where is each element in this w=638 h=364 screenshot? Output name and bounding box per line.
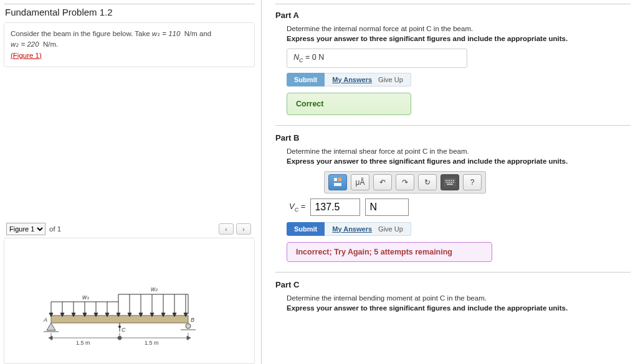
figure-next-button[interactable]: › bbox=[236, 223, 251, 235]
beam-diagram: w₁ w₂ A B C 1.5 m 1.5 m bbox=[39, 271, 207, 352]
svg-rect-62 bbox=[445, 182, 447, 183]
redo-icon[interactable]: ↷ bbox=[396, 174, 414, 190]
part-b-giveup-link[interactable]: Give Up bbox=[378, 225, 403, 233]
part-b-feedback: Incorrect; Try Again; 5 attempts remaini… bbox=[287, 242, 492, 262]
part-b-submit-button[interactable]: Submit bbox=[287, 222, 325, 236]
svg-text:w₁: w₁ bbox=[82, 294, 89, 301]
undo-icon[interactable]: ↶ bbox=[373, 174, 392, 190]
part-b-prompt: Determine the internal shear force at po… bbox=[287, 147, 631, 155]
part-a-button-group: My Answers Give Up bbox=[325, 73, 411, 86]
svg-text:w₂: w₂ bbox=[151, 286, 158, 292]
part-b-instructions: Express your answer to three significant… bbox=[287, 157, 631, 165]
units-tool-icon[interactable]: μÅ bbox=[351, 174, 369, 190]
reset-icon[interactable]: ↻ bbox=[418, 174, 437, 190]
svg-text:B: B bbox=[191, 317, 194, 323]
right-panel: Part A Determine the internal normal for… bbox=[262, 0, 638, 364]
keyboard-icon[interactable] bbox=[440, 174, 459, 190]
svg-rect-61 bbox=[453, 180, 454, 181]
figure-canvas: w₁ w₂ A B C 1.5 m 1.5 m bbox=[4, 240, 255, 364]
part-b-label: Part B bbox=[275, 133, 631, 142]
help-icon[interactable]: ? bbox=[463, 174, 482, 190]
part-a-my-answers-link[interactable]: My Answers bbox=[332, 76, 372, 83]
part-a-submit-button[interactable]: Submit bbox=[287, 73, 325, 86]
svg-text:1.5 m: 1.5 m bbox=[145, 340, 159, 346]
svg-point-33 bbox=[186, 324, 191, 329]
part-a-prompt: Determine the internal normal force at p… bbox=[287, 25, 631, 32]
figure-prev-button[interactable]: ‹ bbox=[219, 223, 234, 235]
svg-rect-59 bbox=[449, 180, 450, 181]
part-a-feedback: Correct bbox=[287, 93, 411, 115]
part-b-unit-input[interactable] bbox=[365, 198, 409, 216]
svg-text:C: C bbox=[121, 327, 126, 333]
svg-rect-53 bbox=[334, 178, 337, 181]
fraction-tool-icon[interactable] bbox=[328, 174, 347, 190]
part-a: Part A Determine the internal normal for… bbox=[275, 11, 631, 115]
part-c: Part C Determine the internal bending mo… bbox=[275, 280, 631, 312]
svg-marker-46 bbox=[49, 336, 52, 340]
part-b-answer-entry: VC = bbox=[289, 198, 631, 216]
part-a-label: Part A bbox=[275, 11, 631, 20]
svg-marker-31 bbox=[47, 323, 55, 330]
svg-rect-60 bbox=[451, 180, 452, 181]
problem-statement: Consider the beam in the figure below. T… bbox=[4, 22, 255, 67]
svg-rect-67 bbox=[447, 184, 453, 185]
figure-header: Figure 1 of 1 ‹ › bbox=[4, 223, 255, 238]
part-b: Part B Determine the internal shear forc… bbox=[275, 133, 631, 262]
svg-rect-63 bbox=[447, 182, 449, 183]
svg-rect-64 bbox=[449, 182, 450, 183]
problem-title: Fundamental Problem 1.2 bbox=[4, 7, 255, 17]
part-a-answer-display: NC = 0 N bbox=[287, 49, 467, 68]
part-c-prompt: Determine the internal bending moment at… bbox=[287, 294, 631, 302]
figure-link[interactable]: (Figure 1) bbox=[11, 52, 42, 59]
left-panel: Fundamental Problem 1.2 Consider the bea… bbox=[0, 0, 262, 364]
figure-select[interactable]: Figure 1 bbox=[6, 223, 45, 235]
svg-rect-55 bbox=[334, 183, 341, 186]
tool-palette: μÅ ↶ ↷ ↻ ? bbox=[324, 171, 486, 194]
svg-rect-65 bbox=[451, 182, 452, 183]
svg-text:1.5 m: 1.5 m bbox=[76, 340, 90, 346]
part-a-giveup-link[interactable]: Give Up bbox=[378, 76, 403, 83]
part-a-instructions: Express your answer to three significant… bbox=[287, 35, 631, 42]
svg-rect-57 bbox=[445, 180, 447, 181]
part-b-value-input[interactable] bbox=[310, 198, 360, 216]
part-b-my-answers-link[interactable]: My Answers bbox=[332, 225, 372, 233]
svg-rect-0 bbox=[51, 315, 188, 323]
svg-text:A: A bbox=[43, 317, 47, 323]
part-b-button-group: My Answers Give Up bbox=[325, 222, 411, 236]
part-c-label: Part C bbox=[275, 280, 631, 289]
part-c-instructions: Express your answer to three significant… bbox=[287, 304, 631, 312]
svg-marker-50 bbox=[187, 336, 191, 340]
svg-rect-58 bbox=[447, 180, 449, 181]
figure-count: of 1 bbox=[49, 225, 61, 233]
svg-rect-54 bbox=[338, 178, 341, 181]
svg-rect-66 bbox=[453, 182, 454, 183]
